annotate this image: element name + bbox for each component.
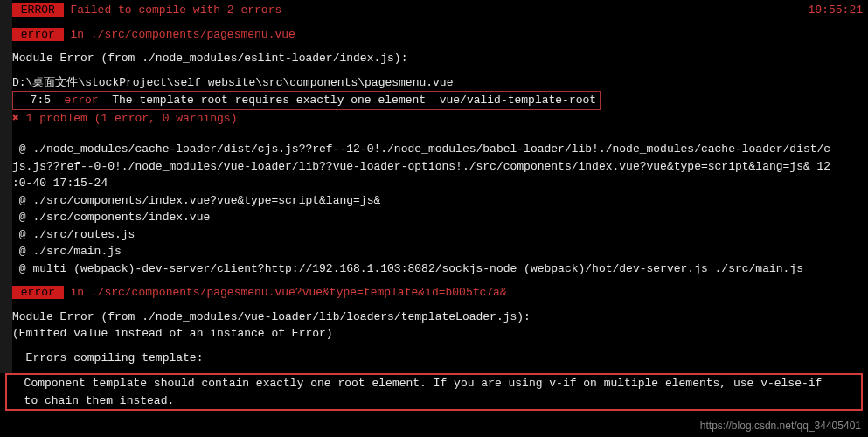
component-error-message: Component template should contain exactl… xyxy=(10,375,858,409)
lint-error-box: 7:5 error The template root requires exa… xyxy=(12,91,601,110)
stack-line: @ ./src/components/index.vue?vue&type=sc… xyxy=(12,192,868,210)
errors-compiling-header: Errors compiling template: xyxy=(12,350,868,367)
module-error-source: Module Error (from ./node_modules/vue-lo… xyxy=(12,309,868,326)
error-line-1: error in ./src/components/pagesmenu.vue xyxy=(12,26,868,44)
emitted-notice: (Emitted value instead of an instance of… xyxy=(12,325,868,343)
error-badge: ERROR xyxy=(12,3,64,17)
lint-level: error xyxy=(65,94,99,107)
gutter xyxy=(0,0,12,373)
error-badge: error xyxy=(12,286,64,299)
compile-header: ERROR Failed to compile with 2 errors xyxy=(12,2,868,19)
problem-summary: ✖ 1 problem (1 error, 0 warnings) xyxy=(12,110,868,128)
stack-line: js.js??ref--0-0!./node_modules/vue-loade… xyxy=(12,158,868,176)
stack-line: @ ./src/components/index.vue xyxy=(12,209,868,226)
fail-message: Failed to compile with 2 errors xyxy=(64,3,282,17)
stack-line: @ ./src/routes.js xyxy=(12,226,868,244)
stack-line: @ ./node_modules/cache-loader/dist/cjs.j… xyxy=(12,141,868,158)
timestamp: 19:55:21 xyxy=(809,2,863,19)
stack-line: :0-40 17:15-24 xyxy=(12,175,868,192)
file-path: D:\桌面文件\stockProject\self website\src\co… xyxy=(12,74,868,92)
error-in-path: in ./src/components/pagesmenu.vue xyxy=(64,28,295,41)
stack-line: @ ./src/main.js xyxy=(12,243,868,260)
lint-location: 7:5 xyxy=(17,94,65,107)
error-in-path: in ./src/components/pagesmenu.vue?vue&ty… xyxy=(64,286,507,299)
stack-line: @ multi (webpack)-dev-server/client?http… xyxy=(12,260,868,278)
error-badge: error xyxy=(12,28,64,41)
error-line-2: error in ./src/components/pagesmenu.vue?… xyxy=(12,284,868,302)
highlighted-error-box: Component template should contain exactl… xyxy=(5,373,863,411)
lint-box-wrap: 7:5 error The template root requires exa… xyxy=(12,91,868,110)
terminal-output: 19:55:21 ERROR Failed to compile with 2 … xyxy=(0,0,868,373)
watermark: https://blog.csdn.net/qq_34405401 xyxy=(700,418,861,434)
lint-message: The template root requires exactly one e… xyxy=(99,94,597,107)
module-error-source: Module Error (from ./node_modules/eslint… xyxy=(12,50,868,67)
